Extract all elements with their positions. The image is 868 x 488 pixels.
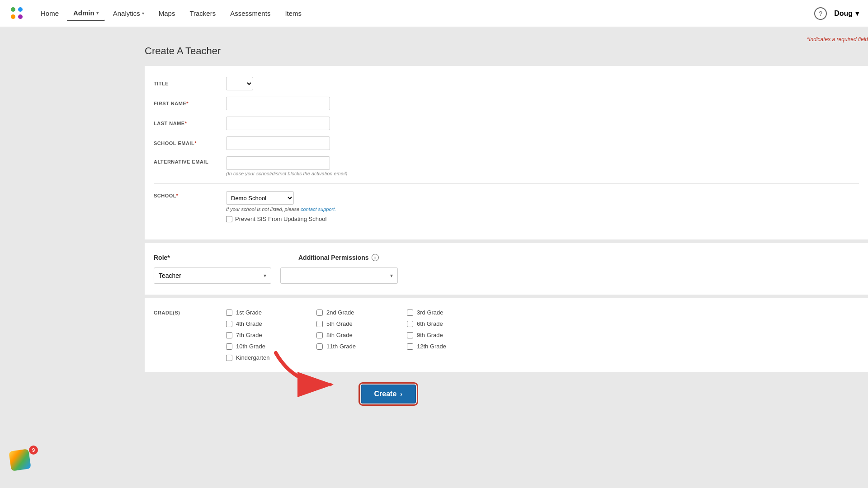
grade-5th: 5th Grade (316, 320, 398, 327)
grade-12th: 12th Grade (407, 343, 488, 350)
section-divider (154, 183, 859, 184)
create-button[interactable]: Create › (361, 385, 416, 404)
title-select[interactable]: Mr. Mrs. Ms. Dr. (226, 77, 253, 90)
nav-right: ? Doug ▾ (814, 7, 859, 20)
role-dropdown[interactable]: Teacher ▾ (154, 267, 271, 284)
role-section: Role* Additional Permissions i Teacher ▾… (145, 243, 868, 295)
nav-maps[interactable]: Maps (152, 6, 182, 21)
prevent-sis-label: Prevent SIS From Updating School (235, 216, 326, 222)
last-name-label: LAST NAME* (154, 121, 226, 126)
nav-items: Home Admin ▾ Analytics ▾ Maps Trackers A… (34, 5, 814, 21)
last-name-row: LAST NAME* (154, 117, 859, 130)
role-chevron-icon: ▾ (264, 272, 266, 279)
nav-items[interactable]: Items (278, 6, 308, 21)
school-row: SCHOOL* Demo School If your school is no… (154, 191, 859, 222)
grade-11th: 11th Grade (316, 343, 398, 350)
help-button[interactable]: ? (814, 7, 827, 20)
grade-2nd: 2nd Grade (316, 309, 398, 316)
badge-count: 9 (29, 446, 38, 455)
grade-4th: 4th Grade (226, 320, 307, 327)
grade-11th-checkbox[interactable] (316, 343, 323, 350)
main-content: Create A Teacher *Indicates a required f… (0, 27, 868, 488)
grade-7th: 7th Grade (226, 332, 307, 338)
grade-12th-checkbox[interactable] (407, 343, 413, 350)
page-title: Create A Teacher (145, 45, 868, 57)
required-note: *Indicates a required field (807, 36, 868, 42)
title-label: TITLE (154, 81, 226, 86)
personal-info-section: TITLE Mr. Mrs. Ms. Dr. FIRST NAME* LAST … (145, 66, 868, 239)
grade-3rd-checkbox[interactable] (407, 310, 413, 316)
first-name-label: FIRST NAME* (154, 101, 226, 106)
grade-1st-checkbox[interactable] (226, 310, 232, 316)
analytics-chevron-icon: ▾ (142, 11, 144, 16)
grade-1st: 1st Grade (226, 309, 307, 316)
prevent-sis-checkbox[interactable] (226, 216, 232, 222)
alt-email-hint: (In case your school/district blocks the… (226, 171, 347, 176)
permissions-info-icon[interactable]: i (372, 254, 379, 261)
grade-kindergarten: Kindergarten (226, 354, 307, 361)
permissions-dropdown[interactable]: ▾ (280, 267, 398, 284)
grade-kindergarten-checkbox[interactable] (226, 355, 232, 361)
navbar: Home Admin ▾ Analytics ▾ Maps Trackers A… (0, 0, 868, 27)
permissions-chevron-icon: ▾ (390, 272, 393, 279)
first-name-input[interactable] (226, 97, 330, 110)
admin-chevron-icon: ▾ (96, 10, 99, 15)
last-name-input[interactable] (226, 117, 330, 130)
grade-10th-checkbox[interactable] (226, 343, 232, 350)
school-email-label: SCHOOL EMAIL* (154, 141, 226, 146)
school-note: If your school is not listed, please con… (226, 206, 336, 212)
role-label: Role* (154, 254, 271, 261)
school-email-input[interactable] (226, 136, 330, 150)
grade-7th-checkbox[interactable] (226, 332, 232, 338)
grade-5th-checkbox[interactable] (316, 321, 323, 327)
grades-label: GRADE(S) (154, 309, 226, 361)
create-area: Create › (145, 375, 416, 413)
grades-section: GRADE(S) 1st Grade 2nd Grade 3rd Grade (145, 298, 868, 372)
grade-8th-checkbox[interactable] (316, 332, 323, 338)
title-row: TITLE Mr. Mrs. Ms. Dr. (154, 77, 859, 90)
school-label: SCHOOL* (154, 191, 226, 198)
bottom-badge[interactable]: 9 (9, 447, 41, 479)
alt-email-row: ALTERNATIVE EMAIL (In case your school/d… (154, 156, 859, 176)
nav-assessments[interactable]: Assessments (224, 6, 277, 21)
grade-8th: 8th Grade (316, 332, 398, 338)
first-name-row: FIRST NAME* (154, 97, 859, 110)
grade-3rd: 3rd Grade (407, 309, 488, 316)
grade-6th: 6th Grade (407, 320, 488, 327)
permissions-label: Additional Permissions i (298, 254, 416, 261)
create-arrow-icon: › (400, 390, 402, 398)
app-logo[interactable] (9, 5, 25, 22)
user-menu[interactable]: Doug ▾ (834, 9, 859, 18)
user-chevron-icon: ▾ (855, 9, 859, 18)
grade-10th: 10th Grade (226, 343, 307, 350)
grade-6th-checkbox[interactable] (407, 321, 413, 327)
alt-email-label: ALTERNATIVE EMAIL (154, 156, 226, 164)
grade-2nd-checkbox[interactable] (316, 310, 323, 316)
prevent-sis-row: Prevent SIS From Updating School (226, 216, 336, 222)
nav-trackers[interactable]: Trackers (183, 6, 222, 21)
nav-admin[interactable]: Admin ▾ (67, 5, 105, 21)
nav-home[interactable]: Home (34, 6, 65, 21)
grade-9th-checkbox[interactable] (407, 332, 413, 338)
school-select[interactable]: Demo School (226, 191, 294, 205)
contact-support-link[interactable]: contact support. (301, 206, 336, 212)
grade-9th: 9th Grade (407, 332, 488, 338)
alt-email-input[interactable] (226, 156, 330, 170)
school-email-row: SCHOOL EMAIL* (154, 136, 859, 150)
grade-4th-checkbox[interactable] (226, 321, 232, 327)
nav-analytics[interactable]: Analytics ▾ (107, 6, 151, 21)
